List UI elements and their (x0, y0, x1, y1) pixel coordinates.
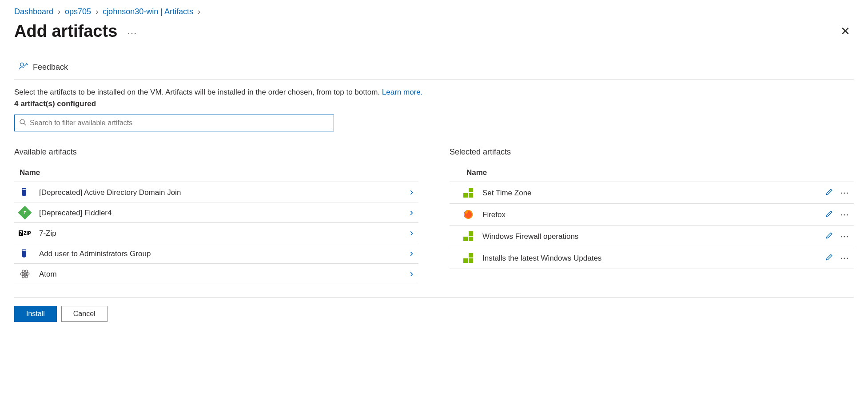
edit-button[interactable] (823, 229, 836, 243)
7zip-icon: 7ZIP (19, 227, 31, 239)
available-row[interactable]: F [Deprecated] Fiddler4 › (14, 202, 418, 223)
add-artifact-button[interactable]: › (407, 186, 416, 198)
artifact-name: [Deprecated] Fiddler4 (39, 208, 407, 218)
server-icon (19, 186, 31, 198)
selected-artifacts-panel: Selected artifacts Name Set Time Zone ⋯ … (450, 147, 854, 284)
available-row[interactable]: Atom › (14, 264, 418, 284)
svg-rect-4 (23, 250, 26, 251)
edit-button[interactable] (823, 251, 836, 265)
svg-point-5 (24, 273, 26, 274)
row-more-button[interactable]: ⋯ (838, 187, 851, 198)
description-text: Select the artifacts to be installed on … (14, 88, 854, 97)
chevron-right-icon: › (96, 7, 98, 16)
row-more-button[interactable]: ⋯ (838, 231, 851, 242)
chevron-right-icon: › (58, 7, 60, 16)
selected-row[interactable]: Set Time Zone ⋯ (450, 182, 854, 204)
available-name-header: Name (14, 165, 418, 182)
available-row[interactable]: Add user to Administrators Group › (14, 243, 418, 264)
fiddler-icon: F (19, 206, 31, 219)
tiles-icon (462, 252, 474, 264)
svg-point-1 (20, 119, 24, 124)
row-more-button[interactable]: ⋯ (838, 209, 851, 220)
add-artifact-button[interactable]: › (407, 248, 416, 259)
artifact-name: Set Time Zone (482, 188, 823, 198)
selected-row[interactable]: Installs the latest Windows Updates ⋯ (450, 247, 854, 269)
feedback-icon (19, 61, 28, 73)
selected-row[interactable]: Windows Firewall operations ⋯ (450, 226, 854, 247)
breadcrumb-item-artifacts[interactable]: cjohnson30-win | Artifacts (103, 7, 193, 16)
firefox-icon (462, 208, 474, 221)
chevron-right-icon: › (198, 7, 200, 16)
available-artifacts-panel: Available artifacts Name [Deprecated] Ac… (14, 147, 418, 284)
learn-more-link[interactable]: Learn more. (382, 88, 423, 96)
search-input-wrapper[interactable] (14, 115, 334, 131)
artifact-name: Add user to Administrators Group (39, 249, 407, 258)
available-artifacts-heading: Available artifacts (14, 147, 418, 157)
artifact-name: Installs the latest Windows Updates (482, 253, 823, 263)
add-artifact-button[interactable]: › (407, 227, 416, 239)
selected-name-header: Name (450, 165, 854, 182)
server-icon (19, 247, 31, 260)
more-actions-button[interactable]: ⋯ (127, 28, 137, 38)
row-more-button[interactable]: ⋯ (838, 253, 851, 263)
edit-button[interactable] (823, 186, 836, 200)
svg-point-0 (20, 63, 24, 66)
svg-rect-3 (23, 189, 26, 190)
artifact-name: Windows Firewall operations (482, 231, 823, 241)
breadcrumb: Dashboard › ops705 › cjohnson30-win | Ar… (14, 7, 854, 16)
page-title: Add artifacts (14, 22, 117, 41)
install-button[interactable]: Install (14, 306, 57, 322)
search-input[interactable] (26, 117, 329, 129)
tiles-icon (462, 186, 474, 199)
artifact-name: Firefox (482, 210, 823, 219)
edit-button[interactable] (823, 207, 836, 222)
selected-artifacts-heading: Selected artifacts (450, 147, 854, 157)
available-row[interactable]: 7ZIP 7-Zip › (14, 223, 418, 243)
add-artifact-button[interactable]: › (407, 207, 416, 218)
available-row[interactable]: [Deprecated] Active Directory Domain Joi… (14, 182, 418, 202)
breadcrumb-item-ops705[interactable]: ops705 (65, 7, 91, 16)
artifact-name: 7-Zip (39, 228, 407, 238)
feedback-link[interactable]: Feedback (33, 63, 68, 72)
configured-count: 4 artifact(s) configured (14, 99, 854, 108)
artifact-name: [Deprecated] Active Directory Domain Joi… (39, 187, 407, 197)
breadcrumb-item-dashboard[interactable]: Dashboard (14, 7, 53, 16)
search-icon (19, 119, 26, 127)
atom-icon (19, 268, 31, 280)
tiles-icon (462, 230, 474, 242)
selected-row[interactable]: Firefox ⋯ (450, 204, 854, 226)
add-artifact-button[interactable]: › (407, 268, 416, 280)
artifact-name: Atom (39, 269, 407, 279)
close-button[interactable]: ✕ (837, 23, 854, 40)
footer-actions: Install Cancel (14, 297, 854, 330)
svg-line-2 (24, 123, 26, 125)
cancel-button[interactable]: Cancel (61, 306, 108, 322)
